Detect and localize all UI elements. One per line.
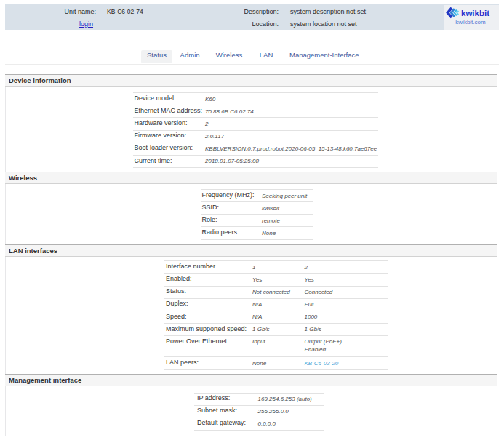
svg-text:kwikbit: kwikbit: [461, 9, 489, 17]
